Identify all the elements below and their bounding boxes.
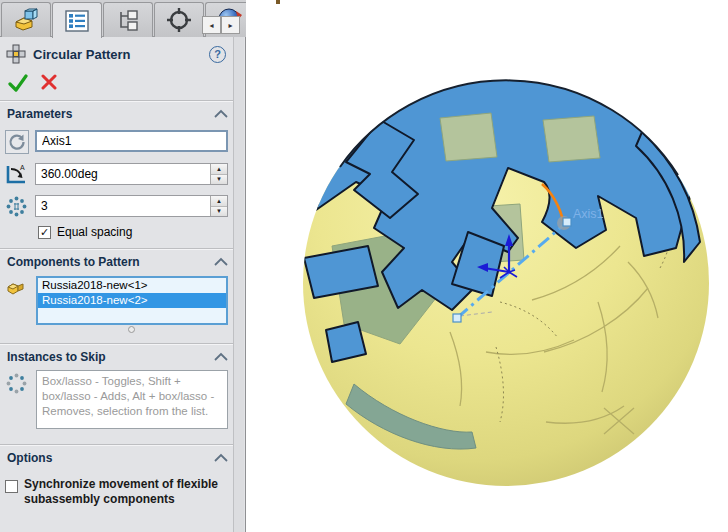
sync-checkbox-row[interactable]: Synchronize movement of flexible subasse… bbox=[5, 477, 230, 507]
equal-spacing-label: Equal spacing bbox=[57, 226, 132, 239]
collapse-chevron-icon[interactable] bbox=[213, 257, 229, 267]
divider bbox=[0, 248, 234, 250]
angle-input[interactable] bbox=[36, 164, 210, 184]
instance-count-icon bbox=[5, 195, 28, 218]
section-options-header[interactable]: Options bbox=[7, 451, 229, 465]
property-manager-icon bbox=[64, 9, 90, 33]
axis-callout-label: Axis1 bbox=[573, 207, 604, 221]
count-icon-wrap bbox=[5, 195, 29, 219]
graphics-viewport[interactable]: Axis1 bbox=[246, 0, 728, 532]
spinner-up-icon[interactable]: ▲ bbox=[211, 196, 227, 207]
cancel-button[interactable] bbox=[41, 74, 57, 90]
section-label: Parameters bbox=[7, 107, 213, 121]
dimxpert-icon bbox=[165, 7, 193, 33]
angle-field[interactable]: ▲ ▼ bbox=[35, 163, 228, 185]
spinner-down-icon[interactable]: ▼ bbox=[211, 175, 227, 185]
panel-right-gutter bbox=[233, 37, 244, 532]
page-title: Circular Pattern bbox=[33, 47, 209, 62]
tab-configuration-manager[interactable] bbox=[103, 2, 153, 37]
axis-selection-field[interactable] bbox=[35, 130, 228, 152]
list-item[interactable]: Russia2018-new<1> bbox=[38, 278, 226, 293]
axis-handle[interactable] bbox=[453, 314, 461, 322]
instances-to-skip-icon bbox=[5, 372, 28, 395]
pattern-angle-icon: A bbox=[5, 163, 28, 186]
part-icon bbox=[13, 8, 39, 32]
section-label: Options bbox=[7, 451, 213, 465]
tab-dimxpert-manager[interactable] bbox=[154, 2, 204, 37]
angle-icon-wrap: A bbox=[5, 163, 29, 187]
panel-tab-bar: ◂ ▸ bbox=[0, 0, 246, 37]
collapse-chevron-icon[interactable] bbox=[213, 352, 229, 362]
solidworks-window: { "colors": { "panel_bg": "#e2e3e6", "he… bbox=[0, 0, 728, 532]
collapse-chevron-icon[interactable] bbox=[213, 109, 229, 119]
section-components-header[interactable]: Components to Pattern bbox=[7, 255, 229, 269]
spinner-down-icon[interactable]: ▼ bbox=[211, 207, 227, 217]
tab-scroll-left-button[interactable]: ◂ bbox=[202, 16, 221, 34]
configuration-manager-icon bbox=[115, 8, 141, 32]
svg-text:A: A bbox=[20, 164, 25, 171]
component-icon bbox=[5, 279, 27, 299]
equal-spacing-checkbox-row[interactable]: ✓ Equal spacing bbox=[38, 226, 132, 239]
pattern-axis-selector-button[interactable] bbox=[5, 130, 29, 154]
section-instances-header[interactable]: Instances to Skip bbox=[7, 350, 229, 364]
rotate-axis-icon bbox=[8, 133, 26, 151]
property-manager-panel: ◂ ▸ Circular Pattern ? bbox=[0, 0, 246, 532]
collapse-chevron-icon[interactable] bbox=[213, 453, 229, 463]
count-spinner[interactable]: ▲ ▼ bbox=[210, 196, 227, 216]
tab-feature-manager[interactable] bbox=[1, 2, 51, 37]
help-button[interactable]: ? bbox=[209, 46, 226, 63]
components-listbox[interactable]: Russia2018-new<1> Russia2018-new<2> bbox=[36, 276, 228, 325]
count-input[interactable] bbox=[36, 196, 210, 216]
assembly-3d-view: Axis1 bbox=[246, 0, 728, 532]
tab-scroll-right-button[interactable]: ▸ bbox=[221, 16, 240, 34]
instances-to-skip-box[interactable]: Box/lasso - Toggles, Shift + box/lasso -… bbox=[36, 370, 228, 429]
divider bbox=[0, 343, 234, 345]
section-parameters-header[interactable]: Parameters bbox=[7, 107, 229, 121]
skip-icon-wrap bbox=[5, 372, 29, 396]
sync-flexible-label: Synchronize movement of flexible subasse… bbox=[24, 477, 230, 507]
circular-pattern-icon bbox=[6, 44, 26, 64]
count-field[interactable]: ▲ ▼ bbox=[35, 195, 228, 217]
ok-button[interactable] bbox=[8, 74, 28, 92]
tab-scroll-buttons: ◂ ▸ bbox=[202, 16, 240, 34]
divider bbox=[0, 100, 234, 102]
listbox-resize-grip[interactable] bbox=[128, 326, 135, 333]
list-item-selected[interactable]: Russia2018-new<2> bbox=[38, 293, 226, 308]
clipped-toolbar-fragment bbox=[276, 0, 280, 4]
axis-handle[interactable] bbox=[563, 218, 571, 226]
equal-spacing-checkbox[interactable]: ✓ bbox=[38, 226, 51, 239]
angle-spinner[interactable]: ▲ ▼ bbox=[210, 164, 227, 184]
spinner-up-icon[interactable]: ▲ bbox=[211, 164, 227, 175]
sync-flexible-checkbox[interactable] bbox=[5, 480, 18, 493]
section-label: Components to Pattern bbox=[7, 255, 213, 269]
component-icon-wrap bbox=[5, 279, 29, 303]
divider bbox=[0, 444, 234, 446]
axis-selection-input[interactable] bbox=[37, 132, 226, 150]
tab-property-manager[interactable] bbox=[52, 2, 102, 38]
section-label: Instances to Skip bbox=[7, 350, 213, 364]
